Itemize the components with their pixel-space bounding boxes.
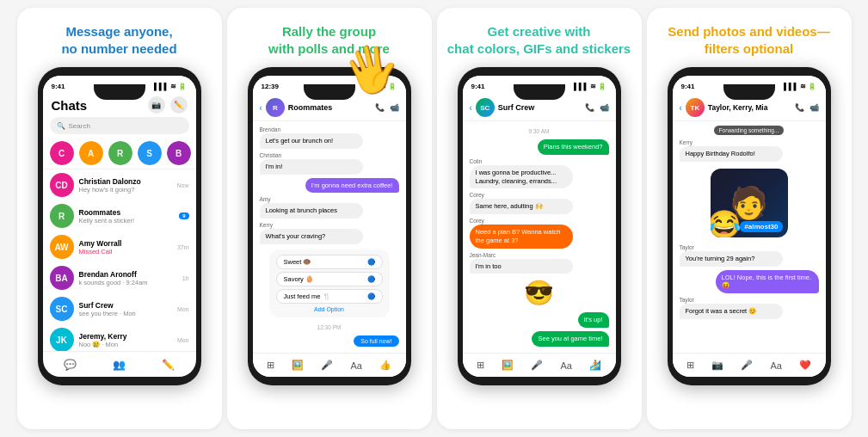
- sticker-sunglasses: 😎: [470, 279, 609, 307]
- story-avatar-1[interactable]: C: [50, 141, 74, 165]
- camera-icon[interactable]: 📷: [148, 96, 165, 114]
- surf-bubble-7: See you at game time!: [532, 331, 608, 347]
- chat-preview-1: Hey how's it going?: [79, 186, 172, 194]
- camera-icon-4[interactable]: 📷: [711, 360, 723, 371]
- toolbar-bottom-2: ⊞ 🖼️ 🎤 Aa 👍: [253, 353, 406, 377]
- grid-icon[interactable]: ⊞: [267, 360, 274, 371]
- chat-name-5: Surf Crew: [79, 301, 172, 310]
- text-icon-3[interactable]: Aa: [561, 360, 572, 371]
- photo-msg-3: LOL! Nope, this is the first time. 😝: [680, 270, 819, 294]
- compose-icon[interactable]: ✏️: [170, 96, 188, 114]
- chat-item-4[interactable]: BA Brendan Aronoff k sounds good · 9:24a…: [43, 262, 196, 293]
- phone-shell-4: 9:41 ▌▌▌ ≋ 🔋 ‹ TK Taylor, Kerry, Mia 📞 📹: [668, 67, 831, 385]
- hashtag-label: #almost30: [740, 221, 782, 232]
- poll-option-2[interactable]: Savory 🥚 🔵: [276, 272, 383, 286]
- surf-msg-1: Plans this weekend?: [470, 139, 609, 155]
- chat-item-2[interactable]: R Roommates Kelly sent a sticker! 9: [43, 200, 196, 231]
- chat-info-2: Roommates Kelly sent a sticker!: [79, 208, 175, 225]
- back-button-3[interactable]: ‹: [470, 103, 472, 113]
- photo-icon[interactable]: 🖼️: [292, 360, 304, 371]
- video-icon-4[interactable]: 📹: [810, 103, 819, 112]
- back-button-2[interactable]: ‹: [260, 103, 262, 113]
- group-name-3: Surf Crew: [498, 103, 535, 112]
- msg-action-icons-3: 📞 📹: [585, 103, 609, 112]
- heart-icon-4[interactable]: ❤️: [799, 360, 811, 371]
- screen-chats: 9:41 ▌▌▌ ≋ 🔋 Chats 📷 ✏️ 🔍 Search: [43, 76, 196, 377]
- mic-icon-3[interactable]: 🎤: [531, 360, 543, 371]
- chat-preview-5: see you there · Mon: [79, 310, 172, 317]
- chat-info-5: Surf Crew see you there · Mon: [79, 301, 172, 317]
- msg-1-row: Brendan Let's get our brunch on!: [260, 126, 399, 149]
- bottom-nav-1: 💬 👥 ✏️: [43, 351, 196, 377]
- photo-msg-4: Taylor Forgot it was a secret 😊: [680, 297, 819, 319]
- surf-bubble-6: It's up!: [578, 312, 609, 328]
- messages-area-3: 9:30 AM Plans this weekend? Colin I was …: [463, 121, 616, 353]
- feature-card-4: Send photos and videos—filters optional …: [647, 8, 852, 429]
- surf-sender-4: Corey: [470, 218, 609, 224]
- nav-people-icon[interactable]: 👥: [109, 355, 128, 374]
- chats-action-icons: 📷 ✏️: [148, 96, 188, 114]
- poll-option-3[interactable]: Just feed me 🍴 🔵: [276, 289, 383, 304]
- chat-preview-6: Noo 😢 · Mon: [79, 341, 172, 348]
- back-button-4[interactable]: ‹: [680, 103, 682, 113]
- story-avatar-4[interactable]: S: [138, 141, 162, 165]
- chat-item-5[interactable]: SC Surf Crew see you there · Mon Mon: [43, 293, 196, 324]
- chat-avatar-6: JK: [50, 328, 74, 351]
- status-icons-1: ▌▌▌ ≋ 🔋: [154, 83, 187, 90]
- chat-avatar-5: SC: [50, 297, 74, 321]
- screen-poll: 12:39 ▌▌▌ ≋ 🔋 ‹ R Roommates 📞 📹: [253, 76, 406, 377]
- chat-item-3[interactable]: AW Amy Worrall Missed Call 37m: [43, 231, 196, 262]
- time-stamp-2: 12:30 PM: [260, 324, 399, 330]
- chat-name-1: Christian Dalonzo: [79, 177, 172, 186]
- grid-icon-3[interactable]: ⊞: [477, 360, 484, 371]
- nav-compose-icon[interactable]: ✏️: [158, 355, 177, 374]
- phone-call-icon[interactable]: 📞: [375, 103, 385, 112]
- search-bar-1[interactable]: 🔍 Search: [50, 117, 189, 134]
- phone-screen-1: 9:41 ▌▌▌ ≋ 🔋 Chats 📷 ✏️ 🔍 Search: [43, 76, 196, 377]
- chat-name-4: Brendan Aronoff: [79, 270, 177, 279]
- grid-icon-4[interactable]: ⊞: [686, 360, 694, 371]
- chat-item-1[interactable]: CD Christian Dalonzo Hey how's it going?…: [43, 169, 196, 200]
- status-time-4: 9:41: [681, 83, 695, 90]
- chats-title: Chats: [52, 98, 88, 113]
- surf-msg-3: Corey Same here, adulting 🙌: [470, 192, 609, 214]
- story-avatar-3[interactable]: R: [108, 141, 132, 165]
- phone-screen-3: 9:41 ▌▌▌ ≋ 🔋 ‹ SC Surf Crew 📞 📹 9:30 AM: [463, 76, 616, 377]
- screen-photo: 9:41 ▌▌▌ ≋ 🔋 ‹ TK Taylor, Kerry, Mia 📞 📹: [673, 76, 826, 377]
- text-icon[interactable]: Aa: [351, 360, 362, 371]
- story-avatar-2[interactable]: A: [79, 141, 103, 165]
- forwarding-label: Forwarding something...: [680, 126, 819, 134]
- story-avatar-5[interactable]: B: [167, 141, 191, 165]
- mic-icon-4[interactable]: 🎤: [741, 360, 753, 371]
- surf-msg-5: Jean-Marc I'm in too: [470, 252, 609, 274]
- msg-action-icons-4: 📞 📹: [795, 103, 819, 112]
- mic-icon[interactable]: 🎤: [321, 360, 333, 371]
- chat-meta-4: 1h: [182, 275, 189, 281]
- group-name-2: Roommates: [288, 103, 333, 112]
- phone-notch-4: [723, 84, 775, 100]
- poll-option-1[interactable]: Sweet 🍩 🔵: [276, 255, 383, 269]
- status-time-3: 9:41: [471, 83, 485, 90]
- text-icon-4[interactable]: Aa: [771, 360, 782, 371]
- surf-msg-2: Colin I was gonna be productive... Laund…: [470, 158, 609, 189]
- video-call-icon[interactable]: 📹: [390, 103, 399, 112]
- messages-area-4: Forwarding something... Kerry Happy Birt…: [673, 121, 826, 353]
- phone-icon-4[interactable]: 📞: [795, 103, 804, 112]
- laughing-emoji: 😂: [711, 208, 742, 237]
- phone-mockup-1: 9:41 ▌▌▌ ≋ 🔋 Chats 📷 ✏️ 🔍 Search: [38, 67, 201, 385]
- chat-item-6[interactable]: JK Jeremy, Kerry Noo 😢 · Mon Mon: [43, 324, 196, 351]
- video-icon-3[interactable]: 📹: [600, 103, 609, 112]
- phone-icon-3[interactable]: 📞: [585, 103, 594, 112]
- photo-icon-3[interactable]: 🖼️: [502, 360, 514, 371]
- nav-chats-icon[interactable]: 💬: [61, 355, 80, 374]
- phone-screen-2: 12:39 ▌▌▌ ≋ 🔋 ‹ R Roommates 📞 📹: [253, 76, 406, 377]
- surf-msg-7: See you at game time!: [470, 331, 609, 347]
- messages-area-2: Brendan Let's get our brunch on! Christi…: [253, 121, 406, 353]
- photo-sender-2: Taylor: [680, 244, 819, 250]
- msg-3-row: I'm gonna need extra coffee!: [260, 178, 399, 194]
- activity-icon-3[interactable]: 🏄: [589, 360, 601, 371]
- add-option-label[interactable]: Add Option: [276, 306, 383, 312]
- chat-meta-3: 37m: [177, 244, 189, 250]
- thumb-icon[interactable]: 👍: [379, 360, 391, 371]
- card-4-title: Send photos and videos—filters optional: [668, 23, 829, 57]
